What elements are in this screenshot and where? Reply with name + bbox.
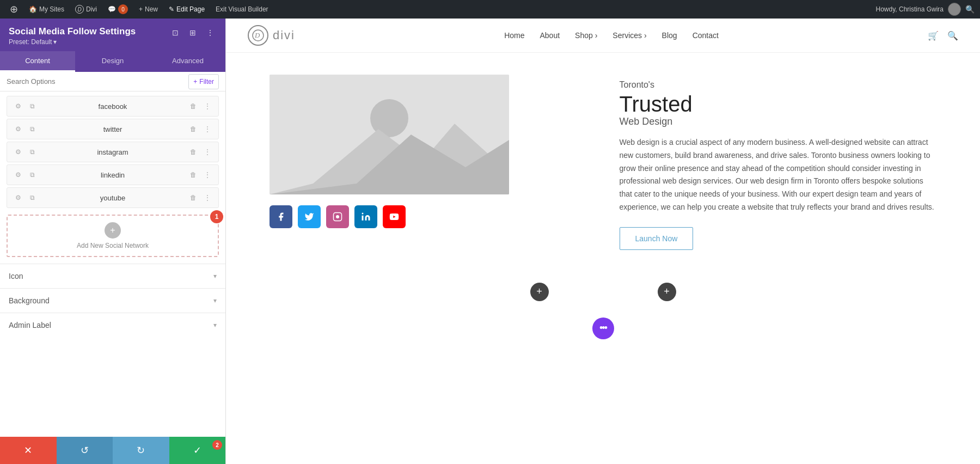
content-section: Toronto's Trusted Web Design Web design … [226,53,980,272]
my-sites-label: My Sites [39,5,64,13]
panel-preset[interactable]: Preset: Default ▾ [9,38,136,46]
panel-title: Social Media Follow Settings [9,26,136,37]
nav-services[interactable]: Services [612,31,646,40]
social-icon-twitter[interactable] [298,205,321,228]
comment-icon: 💬 [108,5,116,13]
preset-chevron-icon: ▾ [53,38,57,46]
panel-resize-icon[interactable]: ⊡ [169,26,182,39]
filter-button[interactable]: + Filter [188,74,219,89]
panel-header: Social Media Follow Settings Preset: Def… [0,19,225,51]
social-icon-facebook[interactable] [270,205,292,228]
wp-logo-icon: ⊕ [10,3,18,15]
filter-label: Filter [199,78,214,86]
duplicate-icon-instagram[interactable]: ⧉ [27,146,38,157]
nav-search-icon[interactable]: 🔍 [947,30,958,41]
tab-design[interactable]: Design [75,51,150,72]
admin-label-section-row[interactable]: Admin Label ▾ [0,313,225,337]
svg-point-8 [362,213,364,215]
drag-icon-twitter[interactable]: ⋮ [202,124,213,135]
user-avatar[interactable] [948,3,961,16]
wp-logo-item[interactable]: ⊕ [5,0,22,19]
nav-blog[interactable]: Blog [662,31,677,40]
delete-icon-facebook[interactable]: 🗑 [188,101,199,112]
my-sites-item[interactable]: 🏠 My Sites [24,0,69,19]
social-item-name-linkedin: linkedin [42,171,183,179]
divi-item[interactable]: D Divi [71,0,101,19]
delete-icon-youtube[interactable]: 🗑 [188,192,199,203]
admin-label-section-label: Admin Label [9,321,51,329]
social-icon-instagram[interactable] [326,205,349,228]
cancel-button[interactable]: ✕ [0,437,57,464]
plus-icon: + [139,5,143,13]
delete-icon-linkedin[interactable]: 🗑 [188,169,199,180]
site-logo: D divi [248,25,295,46]
howdy-text: Howdy, Christina Gwira [876,5,944,13]
duplicate-icon-linkedin[interactable]: ⧉ [27,169,38,180]
nav-shop[interactable]: Shop [575,31,597,40]
save-button[interactable]: ✓ 2 [169,437,226,464]
background-chevron-icon: ▾ [213,297,217,304]
filter-icon: + [193,78,197,86]
drag-icon-youtube[interactable]: ⋮ [202,192,213,203]
drag-icon-facebook[interactable]: ⋮ [202,101,213,112]
hero-image [270,75,509,194]
nav-contact[interactable]: Contact [693,31,719,40]
social-item-name-twitter: twitter [42,125,183,133]
settings-icon-instagram[interactable]: ⚙ [13,146,23,157]
module-options-button[interactable]: ••• [592,318,614,339]
left-content [270,75,587,228]
edit-page-label: Edit Page [176,5,205,13]
divi-logo-icon: D [248,25,268,46]
add-column-left-button[interactable]: + [530,283,549,301]
add-new-label: Add New Social Network [77,242,149,249]
search-admin-icon[interactable]: 🔍 [965,5,975,14]
panel-grid-icon[interactable]: ⊞ [186,26,199,39]
comment-item[interactable]: 💬 0 [103,0,132,19]
icon-section-row[interactable]: Icon ▾ [0,264,225,288]
preview-area: D divi Home About Shop Services Blog Con… [226,19,980,464]
bottom-toolbar: ✕ ↺ ↻ ✓ 2 [0,437,225,464]
settings-icon-twitter[interactable]: ⚙ [13,124,23,135]
add-column-right-button[interactable]: + [658,283,676,301]
drag-icon-instagram[interactable]: ⋮ [202,146,213,157]
nav-home[interactable]: Home [504,31,524,40]
add-column-row: + + [226,272,980,312]
description-text: Web design is a crucial aspect of any mo… [620,136,937,214]
social-item-facebook: ⚙ ⧉ facebook 🗑 ⋮ [7,96,219,117]
tab-advanced[interactable]: Advanced [150,51,225,72]
social-icon-youtube[interactable] [383,205,406,228]
duplicate-icon-facebook[interactable]: ⧉ [27,101,38,112]
settings-panel: Social Media Follow Settings Preset: Def… [0,19,226,464]
add-new-plus-icon: + [105,222,121,239]
settings-icon-linkedin[interactable]: ⚙ [13,169,23,180]
panel-tabs: Content Design Advanced [0,51,225,72]
save-icon: ✓ [193,444,201,456]
undo-button[interactable]: ↺ [57,437,113,464]
exit-builder-item[interactable]: Exit Visual Builder [211,0,273,19]
background-section-row[interactable]: Background ▾ [0,288,225,313]
search-input[interactable] [7,72,184,91]
social-icon-linkedin[interactable] [354,205,377,228]
delete-icon-twitter[interactable]: 🗑 [188,124,199,135]
edit-page-item[interactable]: ✎ Edit Page [164,0,209,19]
nav-about[interactable]: About [540,31,560,40]
search-bar: + Filter [0,72,225,91]
drag-icon-linkedin[interactable]: ⋮ [202,169,213,180]
settings-icon-facebook[interactable]: ⚙ [13,101,23,112]
add-new-container: + Add New Social Network 1 [0,212,225,264]
delete-icon-instagram[interactable]: 🗑 [188,146,199,157]
save-badge: 2 [212,440,222,450]
tab-content[interactable]: Content [0,51,75,72]
torontos-label: Toronto's [620,80,937,90]
redo-button[interactable]: ↻ [113,437,169,464]
cart-icon[interactable]: 🛒 [928,30,939,41]
settings-icon-youtube[interactable]: ⚙ [13,192,23,203]
add-new-social-network[interactable]: + Add New Social Network 1 [7,215,219,257]
new-item[interactable]: + New [134,0,162,19]
duplicate-icon-youtube[interactable]: ⧉ [27,192,38,203]
launch-now-button[interactable]: Launch Now [620,227,694,250]
panel-more-icon[interactable]: ⋮ [204,26,217,39]
duplicate-icon-twitter[interactable]: ⧉ [27,124,38,135]
social-item-name-youtube: youtube [42,194,183,202]
social-icons-row [270,205,587,228]
